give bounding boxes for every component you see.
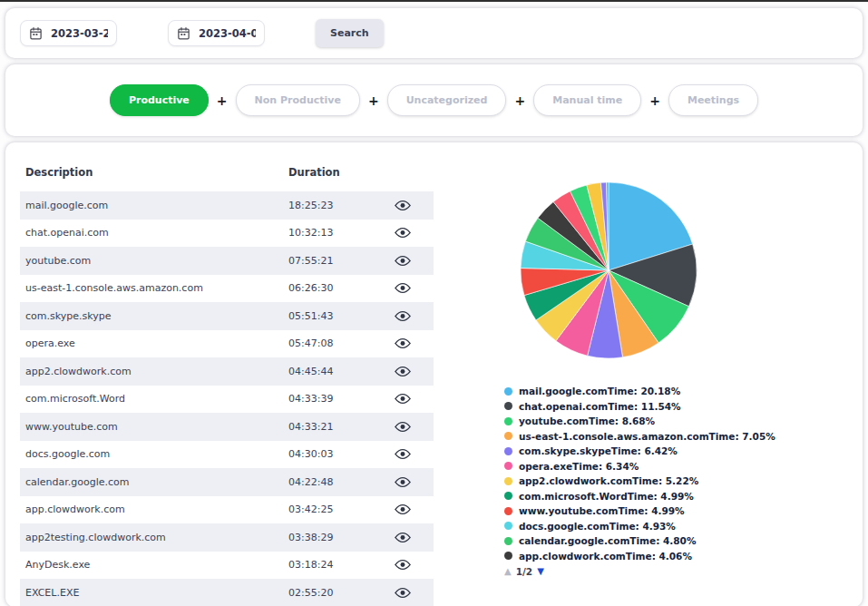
tab-manual-time[interactable]: Manual time [533, 84, 641, 116]
eye-icon[interactable] [393, 531, 413, 543]
table-row: app2testing.clowdwork.com03:38:29 [20, 523, 434, 552]
row-actions [375, 393, 430, 406]
eye-icon[interactable] [393, 475, 413, 488]
legend-item: calendar.google.comTime: 4.80% [504, 535, 848, 546]
eye-icon[interactable] [393, 586, 413, 599]
legend-item: app.clowdwork.comTime: 4.06% [504, 551, 848, 562]
eye-icon[interactable] [393, 282, 413, 295]
eye-icon[interactable] [393, 420, 413, 433]
row-duration: 03:38:29 [288, 532, 375, 543]
tab-uncategorized[interactable]: Uncategorized [387, 84, 507, 116]
legend-color-dot [504, 477, 512, 485]
table-row: chat.openai.com10:32:13 [20, 220, 434, 248]
tab-separator-plus: + [368, 93, 379, 108]
table-row: mail.google.com18:25:23 [20, 191, 434, 220]
legend-color-dot [504, 402, 512, 410]
table-row: app2.clowdwork.com04:45:44 [20, 357, 434, 386]
row-description: app.clowdwork.com [20, 503, 288, 515]
legend-color-dot [504, 552, 512, 560]
legend-color-dot [504, 492, 512, 500]
legend-label: com.microsoft.WordTime: 4.99% [519, 491, 694, 502]
legend-item: app2.clowdwork.comTime: 5.22% [504, 475, 848, 486]
table-row: app.clowdwork.com03:42:25 [20, 496, 434, 524]
chart-panel: mail.google.comTime: 20.18%chat.openai.c… [434, 159, 848, 591]
tab-productive[interactable]: Productive [110, 84, 209, 116]
legend-color-dot [504, 447, 512, 455]
row-duration: 05:51:43 [288, 310, 375, 322]
start-date-picker[interactable]: 2023-03-25 [20, 20, 117, 46]
eye-icon[interactable] [393, 199, 413, 211]
legend-color-dot [504, 522, 512, 530]
row-description: app2testing.clowdwork.com [20, 532, 288, 543]
table-row: us-east-1.console.aws.amazon.com06:26:30 [20, 275, 434, 303]
legend-label: app.clowdwork.comTime: 4.06% [519, 551, 692, 562]
eye-icon[interactable] [393, 503, 413, 516]
eye-icon[interactable] [393, 227, 413, 239]
legend-page-down-icon[interactable]: ▼ [537, 566, 544, 576]
legend-page-label: 1/2 [516, 566, 532, 577]
legend-item: docs.google.comTime: 4.93% [504, 521, 848, 532]
eye-icon[interactable] [393, 309, 413, 322]
start-date-value: 2023-03-25 [51, 27, 108, 40]
table-row: opera.exe05:47:08 [20, 330, 434, 358]
table-row: AnyDesk.exe03:18:24 [20, 552, 434, 580]
table-row: youtube.com07:55:21 [20, 247, 434, 275]
eye-icon[interactable] [393, 559, 413, 572]
legend-color-dot [504, 417, 512, 425]
legend-label: mail.google.comTime: 20.18% [519, 386, 680, 396]
table-row: calendar.google.com04:22:48 [20, 468, 434, 496]
tab-meetings[interactable]: Meetings [668, 84, 758, 116]
filter-bar: 2023-03-25 2023-04-05 Search [5, 8, 863, 58]
eye-icon[interactable] [393, 365, 413, 377]
column-header-duration: Duration [288, 166, 375, 179]
row-duration: 03:42:25 [288, 503, 375, 515]
end-date-picker[interactable]: 2023-04-05 [168, 20, 265, 46]
row-actions [375, 199, 430, 211]
table-header: Description Duration [20, 159, 434, 191]
row-duration: 03:18:24 [288, 559, 375, 571]
row-description: opera.exe [20, 337, 288, 349]
eye-icon[interactable] [393, 337, 413, 350]
row-actions [375, 337, 430, 350]
table-row: com.microsoft.Word04:33:39 [20, 386, 434, 414]
eye-icon[interactable] [393, 393, 413, 406]
table-row: com.skype.skype05:51:43 [20, 302, 434, 330]
usage-table-body: mail.google.com18:25:23chat.openai.com10… [20, 191, 434, 606]
row-description: youtube.com [20, 255, 288, 267]
table-row: EXCEL.EXE02:55:20 [20, 579, 434, 606]
calendar-icon [177, 26, 190, 40]
legend-label: com.skype.skypeTime: 6.42% [519, 445, 678, 456]
search-button[interactable]: Search [316, 19, 384, 47]
legend-page-up-icon[interactable]: ▲ [504, 566, 512, 576]
column-header-description: Description [20, 166, 288, 179]
row-actions [375, 503, 430, 516]
eye-icon[interactable] [393, 254, 413, 267]
table-row: www.youtube.com04:33:21 [20, 413, 434, 441]
tab-separator-plus: + [649, 93, 660, 108]
legend-label: us-east-1.console.aws.amazon.comTime: 7.… [519, 431, 775, 442]
tab-separator-plus: + [514, 93, 525, 108]
row-actions [375, 420, 430, 433]
row-duration: 07:55:21 [288, 255, 375, 267]
row-description: AnyDesk.exe [20, 559, 288, 571]
row-description: calendar.google.com [20, 476, 288, 488]
legend-item: opera.exeTime: 6.34% [504, 461, 848, 472]
tab-non-productive[interactable]: Non Productive [236, 84, 360, 116]
chart-legend: mail.google.comTime: 20.18%chat.openai.c… [504, 386, 848, 562]
row-actions [375, 475, 430, 488]
pie-chart [519, 181, 698, 360]
row-description: app2.clowdwork.com [20, 366, 288, 377]
row-actions [375, 309, 430, 322]
row-duration: 04:30:03 [288, 448, 375, 460]
legend-item: us-east-1.console.aws.amazon.comTime: 7.… [504, 431, 848, 442]
legend-item: com.skype.skypeTime: 6.42% [504, 445, 848, 456]
eye-icon[interactable] [393, 448, 413, 461]
row-actions [375, 586, 430, 599]
row-description: com.skype.skype [20, 310, 288, 322]
legend-label: www.youtube.comTime: 4.99% [519, 505, 685, 516]
row-duration: 04:22:48 [288, 476, 375, 488]
main-content: Description Duration mail.google.com18:2… [5, 142, 863, 606]
row-duration: 10:32:13 [288, 227, 375, 239]
row-actions [375, 365, 430, 377]
legend-pagination: ▲ 1/2 ▼ [504, 566, 848, 577]
